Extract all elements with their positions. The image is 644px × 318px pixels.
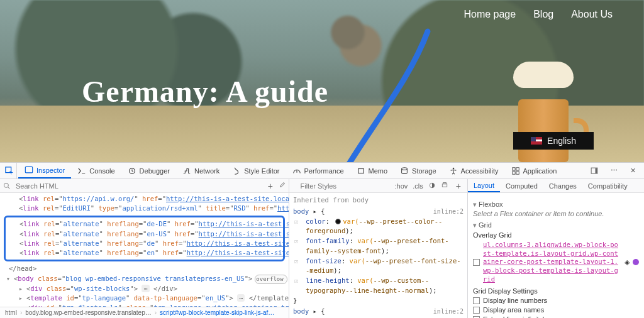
element-picker-button[interactable] [2, 163, 17, 178]
tab-performance[interactable]: Performance [286, 163, 350, 178]
devtools-close-button[interactable]: ✕ [624, 163, 642, 178]
svg-rect-12 [596, 168, 597, 173]
markup-panel: + <link rel="https://api.w.org/" href="h… [0, 179, 289, 318]
opt-line-numbers-label: Display line numbers [483, 297, 547, 304]
devtools-panel: Inspector Console Debugger Network Style… [0, 162, 644, 318]
sidebar-tab-layout[interactable]: Layout [468, 179, 500, 192]
search-icon [3, 182, 11, 190]
layout-panel: Layout Computed Changes Compatibility ▾ … [468, 179, 644, 318]
svg-point-13 [4, 183, 9, 187]
tab-inspector[interactable]: Inspector [18, 163, 71, 178]
flexbox-empty-msg: Select a Flex container or item to conti… [473, 210, 639, 217]
svg-point-5 [402, 167, 408, 170]
tab-memory[interactable]: Memo [350, 163, 394, 178]
tab-memory-label: Memo [369, 167, 388, 175]
opt-area-names-label: Display area names [483, 306, 544, 314]
svg-rect-2 [25, 167, 32, 173]
svg-rect-7 [512, 167, 514, 170]
svg-rect-8 [516, 167, 518, 170]
svg-rect-9 [512, 171, 514, 173]
tab-console-label: Console [89, 167, 114, 175]
sidebar-tab-changes[interactable]: Changes [543, 179, 582, 192]
flag-us-icon [531, 137, 542, 145]
html-search-input[interactable] [13, 181, 263, 191]
print-media-toggle[interactable] [441, 182, 448, 190]
overlay-grid-label: Overlay Grid [473, 231, 639, 239]
opt-area-names-checkbox[interactable] [473, 307, 480, 314]
nav-about[interactable]: About Us [571, 9, 613, 20]
eyedropper-button[interactable] [278, 182, 286, 190]
tab-debugger-label: Debugger [140, 167, 170, 175]
grid-heading: Grid [479, 221, 492, 229]
flexbox-toggle-icon[interactable]: ▾ [473, 200, 477, 208]
devtools-tabbar: Inspector Console Debugger Network Style… [0, 163, 644, 179]
tab-style-editor-label: Style Editor [244, 167, 279, 175]
highlighted-hreflang-links: <link rel="alternate" hreflang="de-DE" h… [4, 216, 285, 261]
opt-line-numbers-checkbox[interactable] [473, 297, 480, 304]
add-rule-button[interactable]: + [453, 181, 464, 191]
tab-storage[interactable]: Storage [394, 163, 443, 178]
hov-toggle[interactable]: :hov [395, 182, 408, 190]
styles-filter-input[interactable] [298, 181, 390, 191]
lightdark-toggle[interactable] [428, 182, 436, 190]
html-breadcrumb[interactable]: html › body.blog.wp-embed-responsive.tra… [0, 307, 289, 318]
tab-network-label: Network [194, 167, 219, 175]
styles-list[interactable]: Inherited from body body ▸ { inline:2 co… [289, 193, 467, 318]
tab-application[interactable]: Application [505, 163, 564, 178]
grid-locate-icon[interactable]: ◈ [625, 258, 630, 266]
flexbox-heading: Flexbox [479, 200, 503, 208]
tab-debugger[interactable]: Debugger [121, 163, 176, 178]
cls-toggle[interactable]: .cls [413, 182, 423, 190]
language-switcher[interactable]: English [513, 132, 594, 150]
grid-node-link[interactable]: ul.columns-3.alignwide.wp-block-post-tem… [483, 241, 621, 283]
crumb-body[interactable]: body.blog.wp-embed-responsive.translatep… [24, 309, 152, 316]
devtools-dock-button[interactable] [584, 163, 604, 178]
sidebar-tab-compatibility[interactable]: Compatibility [582, 179, 633, 192]
tab-application-label: Application [523, 167, 557, 175]
devtools-more-button[interactable]: ⋯ [604, 163, 624, 178]
svg-rect-4 [358, 168, 364, 173]
tab-accessibility-label: Accessibility [461, 167, 499, 175]
sidebar-tab-computed[interactable]: Computed [500, 179, 543, 192]
opt-extend-lines-label: Extend lines infinitely [483, 315, 548, 318]
site-nav: Home page Blog About Us [464, 9, 613, 20]
svg-rect-10 [516, 171, 518, 173]
grid-color-swatch[interactable] [633, 259, 639, 265]
grid-overlay-checkbox[interactable] [473, 259, 480, 266]
hero-banner: Home page Blog About Us Germany: A guide… [0, 0, 644, 162]
tab-performance-label: Performance [304, 167, 344, 175]
svg-rect-15 [442, 184, 447, 187]
nav-home[interactable]: Home page [464, 9, 516, 20]
grid-toggle-icon[interactable]: ▾ [473, 221, 477, 229]
hero-title: Germany: A guide [82, 74, 328, 109]
tab-accessibility[interactable]: Accessibility [443, 163, 505, 178]
rules-panel: :hov .cls + Inherited from body body ▸ {… [289, 179, 468, 318]
svg-point-6 [452, 167, 454, 169]
tab-network[interactable]: Network [176, 163, 226, 178]
inherited-from-label: Inherited from body [293, 195, 464, 206]
crumb-html[interactable]: html [4, 309, 18, 316]
html-tree[interactable]: <link rel="https://api.w.org/" href="htt… [0, 193, 289, 307]
tab-inspector-label: Inspector [36, 167, 65, 174]
crumb-current[interactable]: script#wp-block-template-skip-link-js-af… [158, 309, 275, 316]
nav-blog[interactable]: Blog [533, 9, 553, 20]
svg-rect-16 [443, 182, 447, 184]
tab-console[interactable]: Console [71, 163, 121, 178]
language-label: English [547, 136, 576, 146]
add-element-button[interactable]: + [265, 181, 275, 191]
grid-display-settings-label: Grid Display Settings [473, 287, 639, 295]
tab-style-editor[interactable]: Style Editor [226, 163, 286, 178]
tab-storage-label: Storage [412, 167, 436, 175]
